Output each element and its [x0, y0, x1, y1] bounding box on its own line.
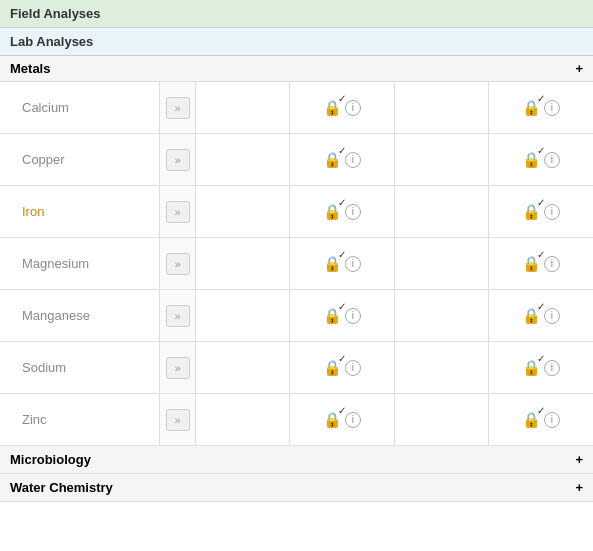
analyte-row: Sodium»🔒✓i🔒✓i [0, 342, 593, 394]
icon-column-4: 🔒✓i [489, 186, 594, 237]
info-button[interactable]: i [544, 412, 560, 428]
info-button[interactable]: i [544, 100, 560, 116]
lock-check-icon[interactable]: 🔒✓ [522, 99, 541, 117]
info-button[interactable]: i [345, 100, 361, 116]
checkmark-icon: ✓ [537, 198, 545, 208]
lock-check-icon[interactable]: 🔒✓ [323, 359, 342, 377]
checkmark-icon: ✓ [338, 406, 346, 416]
icon-column-4: 🔒✓i [489, 342, 594, 393]
expand-arrow-button[interactable]: » [166, 201, 190, 223]
empty-column-1 [196, 394, 290, 445]
analyte-name: Calcium [22, 100, 69, 115]
info-button[interactable]: i [345, 308, 361, 324]
icon-row: 🔒✓i [323, 255, 361, 273]
metals-plus-button[interactable]: + [575, 61, 583, 76]
analyte-row: Zinc»🔒✓i🔒✓i [0, 394, 593, 446]
lock-check-icon[interactable]: 🔒✓ [522, 255, 541, 273]
arrow-cell: » [160, 82, 196, 133]
checkmark-icon: ✓ [537, 146, 545, 156]
icon-column-2: 🔒✓i [290, 82, 396, 133]
analyte-row: Copper»🔒✓i🔒✓i [0, 134, 593, 186]
water-chemistry-plus-button[interactable]: + [575, 480, 583, 495]
checkmark-icon: ✓ [537, 406, 545, 416]
checkmark-icon: ✓ [537, 250, 545, 260]
empty-column-1 [196, 82, 290, 133]
lock-check-icon[interactable]: 🔒✓ [323, 203, 342, 221]
icon-column-2: 🔒✓i [290, 238, 396, 289]
icon-column-4: 🔒✓i [489, 82, 594, 133]
lock-check-icon[interactable]: 🔒✓ [522, 203, 541, 221]
icon-column-2: 🔒✓i [290, 394, 396, 445]
metals-category-row: Metals + [0, 56, 593, 82]
checkmark-icon: ✓ [338, 198, 346, 208]
expand-arrow-button[interactable]: » [166, 357, 190, 379]
analyte-row: Iron»🔒✓i🔒✓i [0, 186, 593, 238]
icon-row: 🔒✓i [522, 411, 560, 429]
lock-check-icon[interactable]: 🔒✓ [323, 99, 342, 117]
info-button[interactable]: i [544, 360, 560, 376]
icon-column-2: 🔒✓i [290, 134, 396, 185]
icon-row: 🔒✓i [323, 99, 361, 117]
empty-column-3 [395, 134, 489, 185]
empty-column-1 [196, 186, 290, 237]
analyte-name: Magnesium [22, 256, 89, 271]
lock-check-icon[interactable]: 🔒✓ [323, 255, 342, 273]
analyte-name-cell: Calcium [0, 82, 160, 133]
icon-row: 🔒✓i [323, 411, 361, 429]
lock-check-icon[interactable]: 🔒✓ [323, 411, 342, 429]
microbiology-label: Microbiology [10, 452, 575, 467]
expand-arrow-button[interactable]: » [166, 305, 190, 327]
info-button[interactable]: i [345, 360, 361, 376]
analyte-name-cell: Copper [0, 134, 160, 185]
checkmark-icon: ✓ [338, 250, 346, 260]
info-button[interactable]: i [345, 152, 361, 168]
icon-row: 🔒✓i [522, 307, 560, 325]
analytes-table: Calcium»🔒✓i🔒✓iCopper»🔒✓i🔒✓iIron»🔒✓i🔒✓iMa… [0, 82, 593, 446]
checkmark-icon: ✓ [338, 354, 346, 364]
info-button[interactable]: i [345, 412, 361, 428]
lock-check-icon[interactable]: 🔒✓ [522, 411, 541, 429]
arrow-cell: » [160, 342, 196, 393]
empty-column-3 [395, 82, 489, 133]
info-button[interactable]: i [544, 308, 560, 324]
expand-arrow-button[interactable]: » [166, 253, 190, 275]
icon-column-4: 🔒✓i [489, 238, 594, 289]
empty-column-1 [196, 238, 290, 289]
lock-check-icon[interactable]: 🔒✓ [323, 307, 342, 325]
icon-row: 🔒✓i [323, 151, 361, 169]
empty-column-3 [395, 342, 489, 393]
icon-column-2: 🔒✓i [290, 186, 396, 237]
analyte-name: Manganese [22, 308, 90, 323]
lock-check-icon[interactable]: 🔒✓ [522, 359, 541, 377]
field-analyses-header: Field Analyses [0, 0, 593, 28]
arrow-cell: » [160, 290, 196, 341]
microbiology-plus-button[interactable]: + [575, 452, 583, 467]
info-button[interactable]: i [544, 256, 560, 272]
lock-check-icon[interactable]: 🔒✓ [323, 151, 342, 169]
arrow-cell: » [160, 394, 196, 445]
lock-check-icon[interactable]: 🔒✓ [522, 307, 541, 325]
icon-row: 🔒✓i [323, 307, 361, 325]
expand-arrow-button[interactable]: » [166, 409, 190, 431]
icon-row: 🔒✓i [522, 99, 560, 117]
checkmark-icon: ✓ [338, 94, 346, 104]
analyte-name-cell: Zinc [0, 394, 160, 445]
info-button[interactable]: i [345, 256, 361, 272]
expand-arrow-button[interactable]: » [166, 97, 190, 119]
checkmark-icon: ✓ [338, 302, 346, 312]
analyte-name: Copper [22, 152, 65, 167]
analyte-row: Calcium»🔒✓i🔒✓i [0, 82, 593, 134]
info-button[interactable]: i [345, 204, 361, 220]
icon-column-4: 🔒✓i [489, 394, 594, 445]
info-button[interactable]: i [544, 204, 560, 220]
analyte-name: Iron [22, 204, 44, 219]
arrow-cell: » [160, 186, 196, 237]
lock-check-icon[interactable]: 🔒✓ [522, 151, 541, 169]
expand-arrow-button[interactable]: » [166, 149, 190, 171]
icon-row: 🔒✓i [522, 255, 560, 273]
checkmark-icon: ✓ [537, 354, 545, 364]
checkmark-icon: ✓ [338, 146, 346, 156]
analyte-name-cell: Magnesium [0, 238, 160, 289]
info-button[interactable]: i [544, 152, 560, 168]
checkmark-icon: ✓ [537, 94, 545, 104]
